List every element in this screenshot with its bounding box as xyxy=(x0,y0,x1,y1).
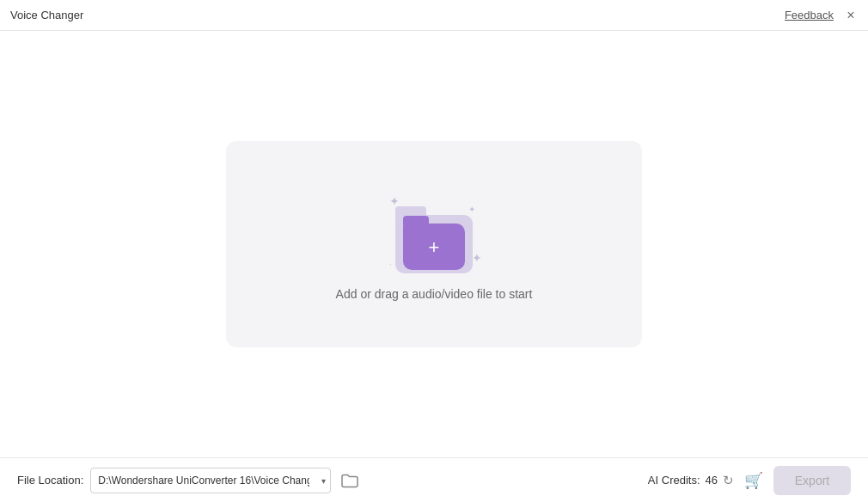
folder-plus-icon: + xyxy=(429,238,440,257)
browse-folder-button[interactable] xyxy=(338,468,362,493)
sparkle-icon-2: ✦ xyxy=(472,251,482,265)
title-bar: Voice Changer Feedback × xyxy=(0,0,868,31)
drop-zone[interactable]: ✦ ✦ ✦ · + Add or drag a audio/video file… xyxy=(226,141,642,347)
export-button[interactable]: Export xyxy=(773,466,851,495)
file-location-select-wrapper: D:\Wondershare UniConverter 16\Voice Cha… xyxy=(90,468,331,493)
sparkle-icon-4: · xyxy=(389,260,392,269)
drop-instruction-text: Add or drag a audio/video file to start xyxy=(336,287,533,301)
ai-credits-value: 46 xyxy=(706,474,718,487)
file-location-select[interactable]: D:\Wondershare UniConverter 16\Voice Cha… xyxy=(90,468,331,493)
bottom-bar: File Location: D:\Wondershare UniConvert… xyxy=(0,457,868,502)
file-location-label: File Location: xyxy=(17,474,83,487)
sparkle-icon-1: ✦ xyxy=(389,194,400,208)
folder-main-icon: + xyxy=(403,223,465,270)
close-button[interactable]: × xyxy=(844,9,858,22)
file-location-group: File Location: D:\Wondershare UniConvert… xyxy=(17,468,362,493)
sparkle-icon-3: ✦ xyxy=(468,205,475,214)
main-content: ✦ ✦ ✦ · + Add or drag a audio/video file… xyxy=(0,31,868,457)
ai-credits-label: AI Credits: xyxy=(648,474,700,487)
refresh-credits-icon[interactable]: ↻ xyxy=(723,473,734,488)
folder-icon-container: ✦ ✦ ✦ · + xyxy=(382,187,486,273)
right-controls: AI Credits: 46 ↻ 🛒 Export xyxy=(648,466,851,495)
ai-credits-group: AI Credits: 46 ↻ xyxy=(648,473,734,488)
cart-icon[interactable]: 🛒 xyxy=(744,471,763,490)
title-bar-left: Voice Changer xyxy=(10,9,83,21)
app-title: Voice Changer xyxy=(10,9,83,21)
feedback-link[interactable]: Feedback xyxy=(785,9,834,21)
title-bar-right: Feedback × xyxy=(785,9,858,22)
